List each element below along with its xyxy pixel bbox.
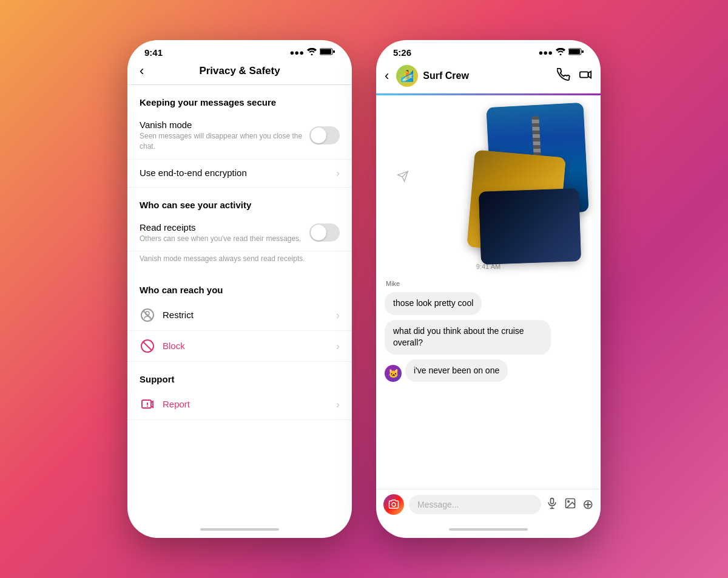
read-receipts-desc: Others can see when you've read their me…: [140, 234, 309, 244]
section-header-secure: Keeping your messages secure: [127, 85, 352, 112]
block-item[interactable]: Block ›: [127, 331, 352, 362]
read-receipts-content: Read receipts Others can see when you've…: [140, 222, 309, 244]
back-button[interactable]: ‹: [140, 63, 144, 79]
home-indicator-left: [127, 521, 352, 538]
svg-rect-2: [333, 50, 335, 53]
status-bar-left: 9:41 ●●●: [127, 40, 352, 60]
read-receipts-label: Read receipts: [140, 222, 309, 233]
vanish-mode-desc: Seen messages will disappear when you cl…: [140, 131, 309, 152]
vanish-mode-toggle[interactable]: [309, 126, 340, 144]
battery-icon: [320, 48, 335, 57]
block-label: Block: [163, 341, 336, 351]
svg-rect-1: [320, 49, 331, 54]
status-bar-right: 5:26 ●●●: [376, 40, 601, 60]
camera-button[interactable]: [383, 494, 404, 515]
vanish-mode-content: Vanish mode Seen messages will disappear…: [140, 120, 309, 152]
svg-rect-14: [580, 72, 588, 77]
svg-rect-19: [551, 498, 554, 503]
report-label: Report: [163, 399, 336, 409]
mic-icon[interactable]: [546, 497, 558, 512]
gallery-icon[interactable]: [564, 497, 576, 512]
svg-point-10: [147, 406, 148, 407]
time-right: 5:26: [393, 47, 411, 58]
home-indicator-right: [376, 521, 601, 538]
wifi-icon-right: [556, 48, 565, 57]
svg-rect-13: [582, 50, 584, 53]
wifi-icon: [307, 48, 317, 57]
chat-messages-area: 9:41 AM Mike those look pretty cool what…: [376, 95, 601, 489]
svg-rect-12: [569, 49, 580, 54]
input-action-icons: ⊕: [546, 497, 593, 512]
report-chevron-icon: ›: [336, 398, 340, 411]
chat-group-name: Surf Crew: [423, 70, 552, 81]
message-placeholder: Message...: [417, 500, 533, 509]
signal-icon: ●●●: [289, 48, 304, 57]
bubble-1-text: those look pretty cool: [385, 292, 482, 315]
svg-marker-15: [588, 71, 592, 78]
status-icons-left: ●●●: [289, 48, 335, 57]
svg-point-23: [568, 500, 570, 502]
right-phone: 5:26 ●●● ‹ 🏄 Surf Crew: [376, 40, 601, 538]
block-icon: [140, 338, 155, 354]
e2e-item[interactable]: Use end-to-end encryption ›: [127, 160, 352, 188]
left-phone: 9:41 ●●● ‹ Privacy & Safety Keeping your…: [127, 40, 352, 538]
block-chevron-icon: ›: [336, 340, 340, 353]
block-content: Block: [163, 341, 336, 352]
vanish-mode-item[interactable]: Vanish mode Seen messages will disappear…: [127, 112, 352, 160]
svg-rect-8: [142, 400, 151, 408]
section-header-reach: Who can reach you: [127, 273, 352, 300]
time-left: 9:41: [144, 47, 163, 58]
chat-header: ‹ 🏄 Surf Crew: [376, 60, 601, 93]
section-header-activity: Who can see your activity: [127, 188, 352, 215]
chat-header-actions: [557, 68, 592, 84]
photo-collage: [385, 105, 592, 251]
nav-header-privacy: ‹ Privacy & Safety: [127, 60, 352, 85]
message-input-field[interactable]: Message...: [409, 495, 541, 514]
read-receipts-note: Vanish mode messages always send read re…: [127, 251, 352, 273]
bubble-2-text: what did you think about the cruise over…: [385, 320, 551, 355]
svg-point-18: [392, 503, 396, 506]
message-bubble-1: those look pretty cool: [385, 292, 592, 315]
report-content: Report: [163, 399, 336, 410]
page-title: Privacy & Safety: [199, 65, 280, 77]
add-icon[interactable]: ⊕: [582, 497, 593, 512]
signal-icon-right: ●●●: [538, 48, 553, 57]
report-item[interactable]: Report ›: [127, 389, 352, 420]
message-bubble-2: what did you think about the cruise over…: [385, 320, 592, 355]
chat-group-avatar: 🏄: [396, 65, 418, 87]
home-bar-right: [449, 528, 528, 531]
message-sender-label: Mike: [385, 280, 592, 287]
read-receipts-toggle[interactable]: [309, 223, 340, 242]
sender-avatar-3: 🐱: [385, 365, 402, 382]
section-header-support: Support: [127, 362, 352, 389]
settings-content: Keeping your messages secure Vanish mode…: [127, 85, 352, 521]
voice-call-button[interactable]: [557, 68, 570, 84]
e2e-chevron-icon: ›: [336, 167, 340, 180]
restrict-chevron-icon: ›: [336, 309, 340, 322]
vanish-mode-label: Vanish mode: [140, 120, 309, 130]
read-receipts-item[interactable]: Read receipts Others can see when you've…: [127, 215, 352, 252]
video-call-button[interactable]: [579, 68, 592, 84]
send-float-icon: [397, 171, 409, 186]
e2e-content: Use end-to-end encryption: [140, 168, 336, 179]
chat-input-bar: Message... ⊕: [376, 489, 601, 521]
home-bar-left: [200, 528, 279, 531]
restrict-content: Restrict: [163, 310, 336, 321]
photo-night: [479, 188, 581, 265]
message-row-3: 🐱 i've never been on one: [385, 359, 592, 382]
svg-line-7: [143, 342, 152, 351]
bubble-3-text: i've never been on one: [405, 359, 508, 382]
battery-icon-right: [568, 48, 584, 57]
report-icon: [140, 396, 155, 412]
restrict-item[interactable]: Restrict ›: [127, 300, 352, 331]
status-icons-right: ●●●: [538, 48, 584, 57]
restrict-icon: [140, 307, 155, 323]
e2e-label: Use end-to-end encryption: [140, 168, 336, 178]
restrict-label: Restrict: [163, 310, 336, 320]
chat-back-button[interactable]: ‹: [385, 68, 389, 84]
